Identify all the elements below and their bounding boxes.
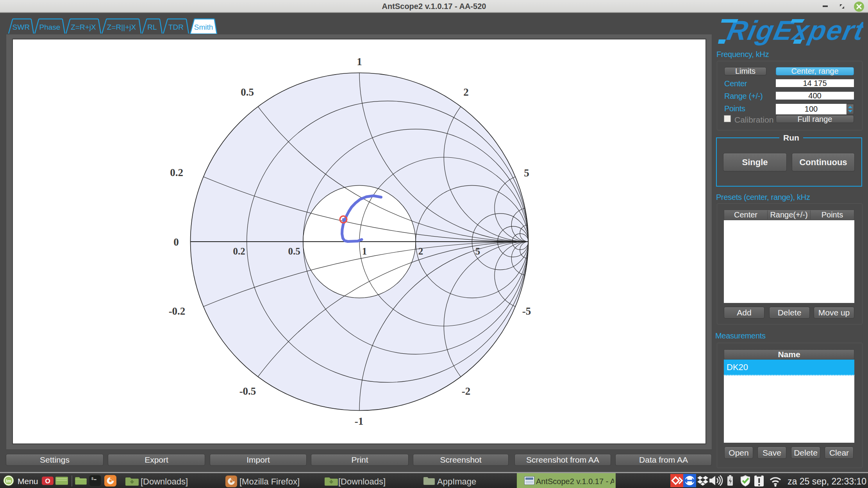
svg-text:2: 2 bbox=[418, 246, 423, 256]
svg-text:lm: lm bbox=[6, 479, 11, 483]
svg-text:-2: -2 bbox=[462, 385, 471, 397]
svg-text:Smith: Smith bbox=[194, 23, 213, 31]
svg-text:5: 5 bbox=[524, 167, 529, 179]
svg-text:-1: -1 bbox=[355, 415, 364, 427]
svg-text:$: $ bbox=[91, 476, 94, 481]
svg-text:0.2: 0.2 bbox=[170, 167, 183, 178]
svg-text:0: 0 bbox=[173, 236, 179, 248]
svg-text:Z=R||+jX: Z=R||+jX bbox=[107, 23, 136, 31]
svg-text:5: 5 bbox=[475, 246, 480, 256]
svg-text:-0.5: -0.5 bbox=[239, 385, 256, 397]
svg-text:1: 1 bbox=[362, 246, 367, 256]
svg-text:Z=R+jX: Z=R+jX bbox=[71, 23, 96, 31]
svg-text:O: O bbox=[45, 477, 50, 485]
svg-text:SWR: SWR bbox=[13, 23, 30, 31]
svg-text:1: 1 bbox=[357, 56, 362, 68]
svg-text:-5: -5 bbox=[522, 305, 531, 317]
svg-text:0.5: 0.5 bbox=[241, 86, 254, 98]
svg-text:0.2: 0.2 bbox=[233, 246, 245, 256]
svg-text:Phase: Phase bbox=[39, 23, 61, 31]
svg-text:0.5: 0.5 bbox=[288, 246, 300, 256]
svg-text:TDR: TDR bbox=[168, 23, 184, 31]
svg-text:-0.2: -0.2 bbox=[169, 305, 186, 317]
svg-text:2: 2 bbox=[463, 86, 469, 98]
svg-text:RL: RL bbox=[147, 23, 157, 31]
